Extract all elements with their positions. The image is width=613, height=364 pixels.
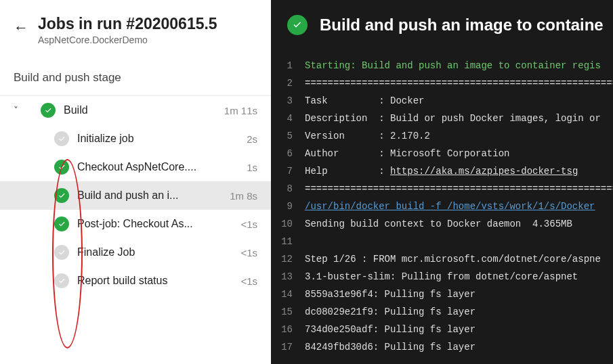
back-arrow[interactable]: ← xyxy=(14,15,28,37)
line-text: Help : https://aka.ms/azpipes-docker-tsg xyxy=(305,162,578,180)
status-success-muted-icon xyxy=(54,245,69,260)
job-duration: 1m 11s xyxy=(219,105,257,116)
step-label: Initialize job xyxy=(69,133,241,145)
job-label: Build xyxy=(56,104,219,116)
line-text: Task : Docker xyxy=(305,92,424,110)
step-duration: 1m 8s xyxy=(224,190,257,202)
line-text: dc08029e21f9: Pulling fs layer xyxy=(305,303,475,321)
log-line: 148559a31e96f4: Pulling fs layer xyxy=(271,286,613,303)
chevron-down-icon: ˅ xyxy=(14,105,27,116)
step-duration: 2s xyxy=(241,133,257,145)
log-line: 3Task : Docker xyxy=(271,92,613,110)
log-line: 4Description : Build or push Docker imag… xyxy=(271,110,613,127)
log-title: Build and push an image to containe xyxy=(320,16,604,35)
step-row[interactable]: Post-job: Checkout As...<1s xyxy=(0,210,271,238)
log-line: 5Version : 2.170.2 xyxy=(271,127,613,145)
log-line: 9/usr/bin/docker build -f /home/vsts/wor… xyxy=(271,198,613,215)
step-duration: <1s xyxy=(235,247,257,258)
step-label: Finalize Job xyxy=(69,246,235,258)
help-link[interactable]: https://aka.ms/azpipes-docker-tsg xyxy=(390,166,578,177)
line-number: 5 xyxy=(271,127,305,145)
line-text: 84249fbd30d6: Pulling fs layer xyxy=(305,338,475,356)
line-text: Starting: Build and push an image to con… xyxy=(305,57,601,74)
status-success-muted-icon xyxy=(54,273,69,288)
line-number: 15 xyxy=(271,303,305,321)
line-number: 16 xyxy=(271,321,305,338)
step-row[interactable]: Initialize job2s xyxy=(0,124,271,153)
log-line: 11 xyxy=(271,233,613,250)
step-row[interactable]: Checkout AspNetCore....1s xyxy=(0,153,271,181)
step-label: Report build status xyxy=(69,275,235,287)
line-number: 1 xyxy=(271,57,305,74)
line-number: 7 xyxy=(271,162,305,180)
line-text: Version : 2.170.2 xyxy=(305,127,430,145)
log-line: 10Sending build context to Docker daemon… xyxy=(271,215,613,233)
status-success-icon xyxy=(41,103,56,118)
job-row-build[interactable]: ˅ Build 1m 11s xyxy=(0,95,271,124)
step-label: Build and push an i... xyxy=(69,189,224,202)
line-number: 9 xyxy=(271,198,305,215)
log-line: 1Starting: Build and push an image to co… xyxy=(271,57,613,74)
status-success-icon xyxy=(54,160,69,175)
line-number: 8 xyxy=(271,180,305,198)
log-line: 133.1-buster-slim: Pulling from dotnet/c… xyxy=(271,268,613,286)
page-subtitle: AspNetCore.DockerDemo xyxy=(38,35,217,45)
line-text: ========================================… xyxy=(305,180,613,198)
line-text: ========================================… xyxy=(305,74,613,92)
log-line: 2=======================================… xyxy=(271,74,613,92)
step-duration: <1s xyxy=(235,275,257,287)
log-line: 1784249fbd30d6: Pulling fs layer xyxy=(271,338,613,356)
line-text: Step 1/26 : FROM mcr.microsoft.com/dotne… xyxy=(305,250,601,268)
line-number: 14 xyxy=(271,286,305,303)
line-number: 17 xyxy=(271,338,305,356)
line-text: 8559a31e96f4: Pulling fs layer xyxy=(305,286,475,303)
step-row[interactable]: Finalize Job<1s xyxy=(0,238,271,267)
page-title: Jobs in run #20200615.5 xyxy=(38,15,217,33)
line-text: Description : Build or push Docker image… xyxy=(305,110,601,127)
line-number: 4 xyxy=(271,110,305,127)
line-number: 6 xyxy=(271,145,305,162)
line-number: 3 xyxy=(271,92,305,110)
log-line: 15dc08029e21f9: Pulling fs layer xyxy=(271,303,613,321)
line-number: 13 xyxy=(271,268,305,286)
step-duration: <1s xyxy=(235,219,257,230)
line-number: 12 xyxy=(271,250,305,268)
step-row[interactable]: Report build status<1s xyxy=(0,267,271,295)
line-text: 3.1-buster-slim: Pulling from dotnet/cor… xyxy=(305,268,578,286)
line-text: Author : Microsoft Corporation xyxy=(305,145,509,162)
line-number: 11 xyxy=(271,233,305,250)
step-row[interactable]: Build and push an i...1m 8s xyxy=(0,181,271,210)
log-output[interactable]: 1Starting: Build and push an image to co… xyxy=(271,43,613,356)
log-line: 6Author : Microsoft Corporation xyxy=(271,145,613,162)
line-number: 2 xyxy=(271,74,305,92)
step-duration: 1s xyxy=(241,162,257,173)
line-text: /usr/bin/docker build -f /home/vsts/work… xyxy=(305,198,595,215)
stage-label: Build and push stage xyxy=(0,51,271,95)
line-number: 10 xyxy=(271,215,305,233)
step-label: Checkout AspNetCore.... xyxy=(69,161,241,173)
log-line: 8=======================================… xyxy=(271,180,613,198)
line-text: Sending build context to Docker daemon 4… xyxy=(305,215,572,233)
step-label: Post-job: Checkout As... xyxy=(69,218,235,230)
status-success-icon xyxy=(54,188,69,203)
status-success-muted-icon xyxy=(54,131,69,146)
status-success-icon xyxy=(287,15,308,35)
log-line: 7Help : https://aka.ms/azpipes-docker-ts… xyxy=(271,162,613,180)
log-line: 12Step 1/26 : FROM mcr.microsoft.com/dot… xyxy=(271,250,613,268)
line-text: 734d0e250adf: Pulling fs layer xyxy=(305,321,475,338)
log-line: 16734d0e250adf: Pulling fs layer xyxy=(271,321,613,338)
status-success-icon xyxy=(54,217,69,231)
